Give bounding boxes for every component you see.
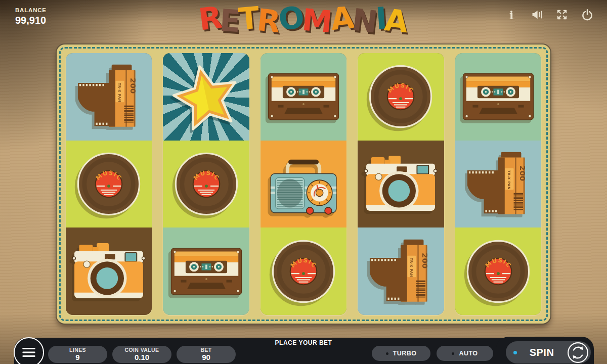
spin-label: SPIN xyxy=(517,347,567,358)
vinyl-symbol-icon xyxy=(364,60,438,133)
reel-2 xyxy=(163,53,249,315)
stat-value: 9 xyxy=(55,353,100,361)
game-stage: BALANCE 99,910 RETROMANIA i xyxy=(0,0,607,364)
turbo-indicator-dot xyxy=(386,352,388,355)
slot-board xyxy=(57,44,550,324)
vinyl-symbol-icon xyxy=(72,147,146,221)
reel-4 xyxy=(358,53,444,315)
cell-vinyl xyxy=(261,228,346,315)
cell-radio xyxy=(261,141,346,228)
cell-film xyxy=(358,228,444,315)
spin-indicator-dot xyxy=(513,351,517,354)
sound-icon[interactable] xyxy=(530,8,543,21)
stat-label: BET xyxy=(184,347,229,353)
auto-indicator-dot xyxy=(452,352,454,355)
top-icon-bar: i xyxy=(505,8,594,21)
auto-label: AUTO xyxy=(459,350,478,357)
star-symbol-icon xyxy=(167,57,246,136)
menu-button[interactable] xyxy=(14,337,44,364)
power-icon[interactable] xyxy=(581,8,594,21)
cassette-symbol-icon xyxy=(458,57,538,136)
cell-film xyxy=(66,53,152,141)
cell-cassette xyxy=(261,53,346,141)
info-icon[interactable]: i xyxy=(505,8,518,21)
cell-film xyxy=(455,141,541,228)
hamburger-icon xyxy=(15,338,43,364)
turbo-button[interactable]: TURBO xyxy=(372,346,430,361)
cell-camera xyxy=(66,228,152,315)
stat-value: 0.10 xyxy=(119,353,164,361)
reels xyxy=(66,53,541,315)
auto-button[interactable]: AUTO xyxy=(437,346,493,361)
cell-star xyxy=(163,53,249,141)
cell-vinyl xyxy=(455,228,541,315)
stat-bet[interactable]: BET90 xyxy=(177,346,236,363)
reel-3 xyxy=(261,53,346,315)
cell-cassette xyxy=(455,53,541,141)
fullscreen-icon[interactable] xyxy=(555,8,569,21)
film-symbol-icon xyxy=(73,61,145,132)
cassette-symbol-icon xyxy=(264,57,343,136)
logo-letter: A xyxy=(383,5,409,37)
svg-text:i: i xyxy=(509,9,513,21)
balance: BALANCE 99,910 xyxy=(15,7,47,26)
game-logo: RETROMANIA xyxy=(200,3,408,33)
reel-5 xyxy=(455,53,541,315)
stat-label: LINES xyxy=(55,347,100,353)
spin-button[interactable]: SPIN xyxy=(506,341,591,363)
reel-1 xyxy=(66,53,152,315)
turbo-label: TURBO xyxy=(393,350,417,357)
vinyl-symbol-icon xyxy=(267,235,340,308)
film-symbol-icon xyxy=(462,148,534,220)
balance-value: 99,910 xyxy=(15,15,47,26)
stat-lines[interactable]: LINES9 xyxy=(48,346,107,363)
film-symbol-icon xyxy=(365,236,437,307)
radio-symbol-icon xyxy=(264,144,343,224)
camera-symbol-icon xyxy=(69,232,149,311)
cell-vinyl xyxy=(66,141,152,228)
vinyl-symbol-icon xyxy=(461,235,535,308)
stat-label: COIN VALUE xyxy=(119,347,164,353)
cell-vinyl xyxy=(358,53,444,141)
logo-letter: M xyxy=(301,4,334,37)
spin-arrows-icon xyxy=(567,341,589,364)
cassette-symbol-icon xyxy=(166,232,246,311)
camera-symbol-icon xyxy=(361,144,441,224)
cell-camera xyxy=(358,141,444,228)
stat-coin-value[interactable]: COIN VALUE0.10 xyxy=(112,346,171,363)
balance-label: BALANCE xyxy=(15,7,47,13)
bet-stats: LINES9COIN VALUE0.10BET90 xyxy=(48,346,236,363)
stat-value: 90 xyxy=(184,353,229,361)
vinyl-symbol-icon xyxy=(169,147,243,221)
cell-vinyl xyxy=(163,141,249,228)
cell-cassette xyxy=(163,228,249,315)
